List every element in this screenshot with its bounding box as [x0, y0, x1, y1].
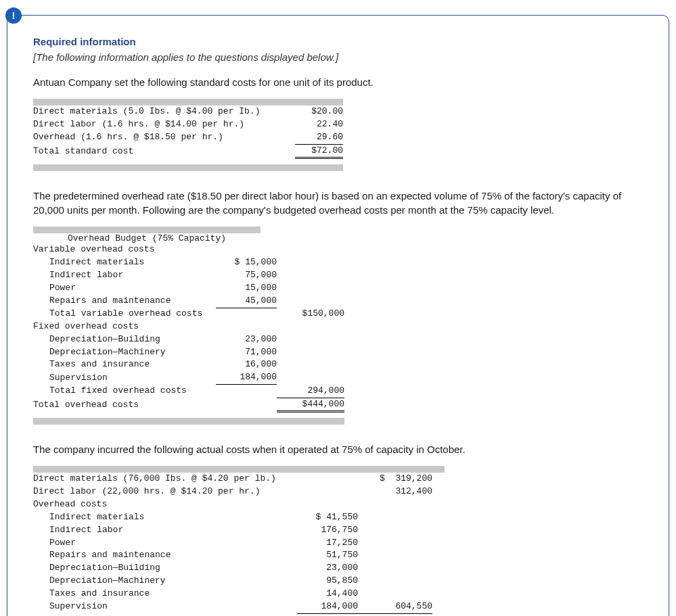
applies-to-text: [The following information applies to th… — [33, 51, 643, 63]
table-row: Taxes and insurance 14,400 — [33, 588, 432, 600]
table-row: Power 17,250 — [33, 537, 432, 550]
required-information-title: Required information — [33, 36, 643, 47]
section-header: Overhead costs — [33, 498, 432, 511]
table-row: Direct labor (1.6 hrs. @ $14.00 per hr.)… — [33, 118, 343, 131]
grand-total-row: Total costs $1,236,150 — [33, 613, 432, 616]
table-row: Depreciation—Machinery 71,000 — [33, 346, 344, 359]
overhead-budget-table: Overhead Budget (75% Capacity) Variable … — [33, 227, 643, 425]
table-row: Power 15,000 — [33, 282, 344, 295]
table-row: Depreciation—Building 23,000 — [33, 333, 344, 346]
table-row: Indirect labor 176,750 — [33, 524, 432, 537]
intro-paragraph: Antuan Company set the following standar… — [33, 75, 643, 89]
table-total-row: Total standard cost $72.00 — [33, 144, 343, 158]
table-row: Direct materials (5.0 Ibs. @ $4.00 per I… — [33, 105, 343, 118]
subtotal-row: Total fixed overhead costs 294,000 — [33, 385, 344, 398]
actual-costs-table: Direct materials (76,000 Ibs. @ $4.20 pe… — [33, 466, 643, 616]
table-row: Direct materials (76,000 Ibs. @ $4.20 pe… — [33, 473, 432, 485]
table-row: Overhead (1.6 hrs. @ $18.50 per hr.) 29.… — [33, 131, 343, 144]
table-row: Repairs and maintenance 45,000 — [33, 295, 344, 308]
table-row: Indirect materials $ 41,550 — [33, 511, 432, 524]
table-row: Direct labor (22,000 hrs. @ $14.20 per h… — [33, 485, 432, 498]
section-header: Fixed overhead costs — [33, 321, 344, 333]
table-row: Depreciation—Machinery 95,850 — [33, 575, 432, 588]
table-row: Depreciation—Building 23,000 — [33, 562, 432, 575]
subtotal-row: Total variable overhead costs $150,000 — [33, 308, 344, 321]
actual-costs-paragraph: The company incurred the following actua… — [33, 442, 643, 456]
info-icon: ! — [5, 7, 22, 24]
table-row: Indirect labor 75,000 — [33, 269, 344, 282]
table-row: Taxes and insurance 16,000 — [33, 358, 344, 371]
table-row: Indirect materials $ 15,000 — [33, 256, 344, 269]
grand-total-row: Total overhead costs $444,000 — [33, 398, 344, 412]
table-row: Supervision 184,000 — [33, 371, 344, 384]
section-header: Variable overhead costs — [33, 243, 344, 256]
question-card: ! Required information [The following in… — [7, 15, 669, 616]
table-row: Supervision 184,000 604,550 — [33, 600, 432, 613]
standard-cost-table: Direct materials (5.0 Ibs. @ $4.00 per I… — [33, 99, 643, 171]
predetermined-rate-paragraph: The predetermined overhead rate ($18.50 … — [33, 189, 643, 217]
table-row: Repairs and maintenance 51,750 — [33, 549, 432, 562]
overhead-budget-title: Overhead Budget (75% Capacity) — [33, 233, 261, 243]
